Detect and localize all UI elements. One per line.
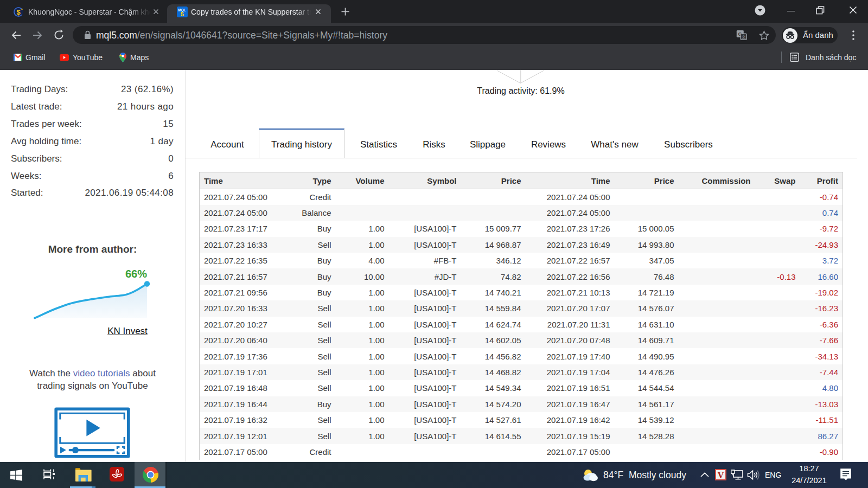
svg-text:$: $ xyxy=(16,8,21,16)
svg-text:V: V xyxy=(718,471,724,480)
svg-text:文: 文 xyxy=(742,34,746,40)
svg-text:5: 5 xyxy=(181,11,184,17)
